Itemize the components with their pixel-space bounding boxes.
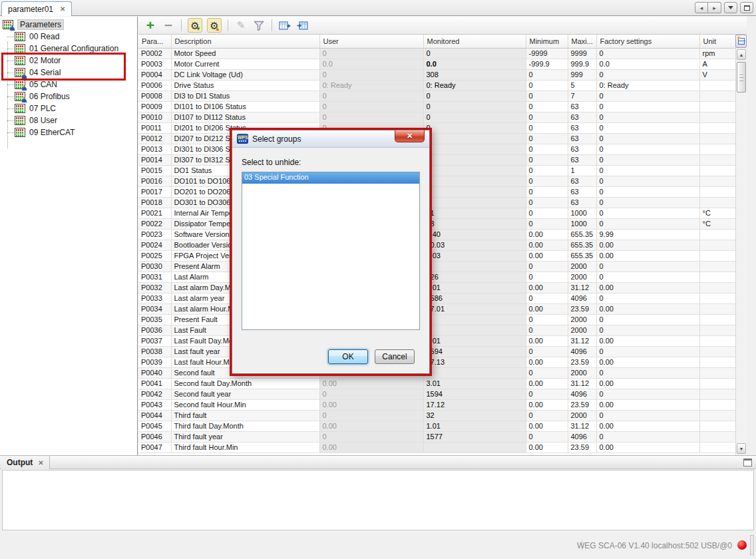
table-row-P0009[interactable]: P0009DI101 to DI106 Status000630: [138, 101, 735, 112]
scrollbar-thumb[interactable]: [737, 62, 746, 93]
table-row-P0015[interactable]: P0015DO1 Status00010: [138, 165, 735, 176]
sidebar-item-08-user[interactable]: 08 User: [0, 114, 137, 126]
table-row-P0036[interactable]: P0036Last Fault00020000: [138, 325, 735, 335]
table-row-P0004[interactable]: P0004DC Link Voltage (Ud)030809990V: [138, 69, 735, 80]
cancel-button[interactable]: Cancel: [375, 349, 415, 364]
table-row-P0040[interactable]: P0040Second fault02020000: [138, 367, 735, 378]
dialog-close-icon[interactable]: ✕: [395, 130, 425, 142]
table-row-P0006[interactable]: P0006Drive Status0: Ready0: Ready050: Re…: [138, 80, 735, 91]
cell[interactable]: 0: [319, 69, 423, 80]
remove-icon[interactable]: −: [162, 19, 175, 32]
table-row-P0023[interactable]: P0023Software Version0.001.400.00655.359…: [138, 229, 735, 240]
col-header-user[interactable]: User: [319, 35, 423, 48]
table-row-P0039[interactable]: P0039Last fault Hour.Min0.0017.130.0023.…: [138, 357, 735, 367]
sidebar-item-00-read[interactable]: 00 Read: [0, 31, 137, 43]
table-row-P0016[interactable]: P0016DO101 to DO106 Status000630: [138, 176, 735, 186]
table-vertical-scrollbar[interactable]: ▲ ▼: [735, 48, 747, 455]
edit-icon[interactable]: ✎: [234, 19, 248, 32]
table-row-P0014[interactable]: P0014DI307 to DI312 Status000630: [138, 154, 735, 165]
sidebar-item-07-plc[interactable]: 07 PLC: [0, 102, 137, 114]
table-row-P0045[interactable]: P0045Third fault Day.Month0.001.010.0031…: [138, 421, 735, 431]
scrollbar-up-icon[interactable]: ▲: [737, 49, 746, 60]
sidebar-item-05-can[interactable]: 05 CAN: [0, 79, 137, 91]
cell[interactable]: 0.0: [319, 59, 423, 69]
col-header-monitored[interactable]: Monitored: [423, 35, 526, 48]
output-restore-icon[interactable]: [743, 459, 752, 466]
col-header-minimum[interactable]: Minimum: [526, 35, 568, 48]
cell[interactable]: 0.00: [319, 378, 423, 389]
import-table-icon[interactable]: [296, 19, 309, 32]
table-row-P0021[interactable]: P0021Internal Air Temperature041010000°C: [138, 208, 735, 218]
maximize-icon[interactable]: [740, 2, 753, 13]
group-list-item[interactable]: 03 Special Function: [242, 172, 419, 184]
sidebar-item-09-ethercat[interactable]: 09 EtherCAT: [0, 126, 137, 138]
filter-icon[interactable]: [252, 19, 266, 32]
table-row-P0010[interactable]: P0010DI107 to DI112 Status000630: [138, 112, 735, 122]
col-header-maximum[interactable]: Maxi...: [568, 35, 596, 48]
table-row-P0032[interactable]: P0032Last alarm Day.Month0.003.010.0031.…: [138, 282, 735, 293]
sidebar-item-01-general-configuration[interactable]: 01 General Configuration: [0, 43, 137, 55]
table-row-P0017[interactable]: P0017DO201 to DO206 Status000630: [138, 186, 735, 197]
table-row-P0034[interactable]: P0034Last alarm Hour.Min0.0017.010.0023.…: [138, 303, 735, 314]
table-row-P0013[interactable]: P0013DI301 to DI306 Status000630: [138, 144, 735, 154]
col-header-param[interactable]: Para...: [138, 35, 171, 48]
sidebar-item-parameters-root[interactable]: Parameters: [0, 19, 137, 31]
ok-button[interactable]: OK: [328, 349, 368, 364]
cell[interactable]: 0: Ready: [319, 80, 423, 91]
sidebar-item-06-profibus[interactable]: 06 Profibus: [0, 91, 137, 102]
scroll-left-icon[interactable]: ◂: [695, 2, 708, 13]
scrollbar-down-icon[interactable]: ▼: [737, 443, 746, 454]
cell[interactable]: 0: [319, 48, 423, 59]
cell[interactable]: 0: [319, 431, 423, 442]
table-row-P0025[interactable]: P0025FPGA Project Version0.001.030.00655…: [138, 250, 735, 261]
table-row-P0031[interactable]: P0031Last Alarm0126020000: [138, 272, 735, 282]
cell[interactable]: 0: [319, 410, 423, 421]
table-row-P0038[interactable]: P0038Last fault year01594040960: [138, 346, 735, 357]
sidebar-item-02-motor[interactable]: 02 Motor: [0, 55, 137, 67]
col-header-unit[interactable]: Unit: [699, 35, 735, 48]
table-row-P0022[interactable]: P0022Dissipator Temperature043010000°C: [138, 218, 735, 229]
table-row-P0030[interactable]: P0030Present Alarm00020000: [138, 261, 735, 272]
table-row-P0035[interactable]: P0035Present Fault00020000: [138, 314, 735, 325]
table-row-P0043[interactable]: P0043Second fault Hour.Min0.0017.120.002…: [138, 399, 735, 410]
table-row-P0012[interactable]: P0012DI207 to DI212 Status000630: [138, 133, 735, 144]
output-tab[interactable]: Output ✕: [1, 456, 50, 469]
col-header-factory[interactable]: Factory settings: [596, 35, 699, 48]
cell[interactable]: 0.00: [319, 399, 423, 410]
col-header-description[interactable]: Description: [171, 35, 319, 48]
table-row-P0018[interactable]: P0018DO301 to DO306 Status000630: [138, 197, 735, 208]
cell[interactable]: 0: [319, 91, 423, 101]
sidebar-item-04-serial[interactable]: 04 Serial: [0, 67, 137, 79]
table-row-P0008[interactable]: P0008DI3 to DI1 Status00070: [138, 91, 735, 101]
cell[interactable]: 0: [319, 112, 423, 122]
editor-tab-parameter01[interactable]: parameter01 ✕: [1, 1, 72, 16]
export-table-icon[interactable]: [278, 19, 291, 32]
cell[interactable]: 0: [319, 101, 423, 112]
output-tab-close-icon[interactable]: ✕: [38, 459, 43, 466]
table-row-P0033[interactable]: P0033Last alarm year01586040960: [138, 293, 735, 303]
table-customize-icon[interactable]: [735, 35, 747, 48]
groups-listbox[interactable]: 03 Special Function: [242, 172, 420, 330]
table-row-P0041[interactable]: P0041Second fault Day.Month0.003.010.003…: [138, 378, 735, 389]
table-row-P0046[interactable]: P0046Third fault year01577040960: [138, 431, 735, 442]
table-row-P0011[interactable]: P0011DI201 to DI206 Status000630: [138, 122, 735, 133]
cell[interactable]: 0.00: [319, 421, 423, 431]
table-row-P0024[interactable]: P0024Bootloader Version0.0010.030.00655.…: [138, 240, 735, 250]
write-to-drive-gear-icon[interactable]: ⚙▲: [207, 18, 222, 33]
add-icon[interactable]: +: [144, 19, 157, 32]
table-row-P0047[interactable]: P0047Third fault Hour.Min0.000.0023.590.…: [138, 442, 735, 453]
table-row-P0042[interactable]: P0042Second fault year01594040960: [138, 389, 735, 399]
cell: 0: [596, 431, 699, 442]
cell[interactable]: 0.00: [319, 442, 423, 453]
tab-list-dropdown-icon[interactable]: [724, 2, 737, 13]
table-row-P0002[interactable]: P0002Motor Speed00-999999990rpm: [138, 48, 735, 59]
tab-close-icon[interactable]: ✕: [60, 5, 65, 13]
dialog-title-bar[interactable]: WPS Select groups ✕: [232, 130, 429, 148]
read-from-drive-gear-icon[interactable]: ⚙▼: [188, 18, 202, 33]
table-row-P0003[interactable]: P0003Motor Current0.00.0-999.9999.90.0A: [138, 59, 735, 69]
cell[interactable]: 0: [319, 389, 423, 399]
cell: 4096: [568, 389, 596, 399]
scroll-right-icon[interactable]: ▸: [708, 2, 721, 13]
table-row-P0044[interactable]: P0044Third fault032020000: [138, 410, 735, 421]
table-row-P0037[interactable]: P0037Last Fault Day.Month0.001.010.0031.…: [138, 335, 735, 346]
